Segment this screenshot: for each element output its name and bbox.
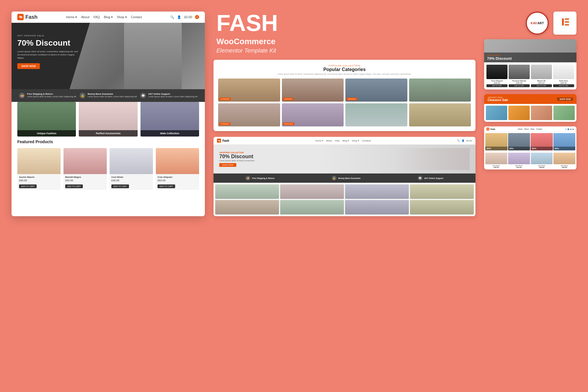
pop-cat-item-3[interactable]: HB BAGS bbox=[345, 79, 407, 102]
ts-nav-shop[interactable]: Shop bbox=[530, 128, 534, 130]
pop-cat-item-6[interactable]: WATCHES bbox=[282, 103, 344, 126]
nav-blog[interactable]: Blog ▾ bbox=[104, 15, 113, 19]
ss2-nav-blog[interactable]: Blog ▾ bbox=[342, 139, 349, 142]
moneyback-text: Lorem ipsum dolor sit amet, conse ctetur… bbox=[88, 95, 137, 98]
add-to-cart-4[interactable]: ADD TO CART bbox=[158, 184, 175, 188]
product-card-3: Com Modo £40.00 ADD TO CART bbox=[110, 148, 153, 190]
product-name-4: Cras Aliquam bbox=[158, 176, 197, 178]
rs-product-1: Ferm Aliquam £65.00 ADD TO CART bbox=[486, 65, 508, 87]
pop-cat-item-1[interactable]: EYEWEAR bbox=[218, 79, 280, 102]
product-price-4: £53.00 bbox=[158, 179, 197, 182]
pop-cat-item-7[interactable] bbox=[345, 103, 407, 126]
clearance-item-1[interactable] bbox=[486, 106, 507, 120]
ss2-shop-now-button[interactable]: SHOP NOW bbox=[219, 163, 236, 167]
ss2-shipping-text: Free Shipping & Return bbox=[252, 177, 274, 179]
nav-contact[interactable]: Contact bbox=[131, 15, 142, 19]
ss2-feat-moneyback: 🔒 Money Back Guarantee bbox=[332, 176, 360, 180]
nav-faq[interactable]: FAQ bbox=[93, 15, 100, 19]
ts-hero-item-3[interactable]: 50% bbox=[531, 133, 553, 150]
ts-nav-home[interactable]: Home bbox=[518, 128, 523, 130]
ss2-search-icon[interactable]: 🔍 bbox=[457, 139, 460, 142]
collection-item-fashion[interactable]: Unique Fashion bbox=[17, 102, 76, 137]
product-card-4: Cras Aliquam £53.00 ADD TO CART bbox=[156, 148, 199, 190]
ts-nav-contact[interactable]: Contact bbox=[536, 128, 542, 130]
feature-moneyback: 🔒 Money Back Guarantee Lorem ipsum dolor… bbox=[80, 93, 137, 98]
pop-cat-badge-6: WATCHES bbox=[283, 122, 294, 125]
user-icon[interactable]: 👤 bbox=[177, 15, 181, 19]
left-panel: 🛍 Fash Home ▾ About FAQ Blog ▾ Shop ▾ Co… bbox=[12, 12, 205, 216]
ss2-cat-5[interactable] bbox=[215, 200, 279, 214]
ts-prod-2: Item Name £42.00 bbox=[508, 153, 530, 168]
rs-add-to-cart-1[interactable]: ADD TO CART bbox=[486, 84, 508, 87]
ts-hero-item-2[interactable]: 35% bbox=[508, 133, 530, 150]
rs-products: Ferm Aliquam £65.00 ADD TO CART Premium … bbox=[484, 62, 576, 89]
shop-now-button[interactable]: SHOP NOW bbox=[17, 63, 40, 69]
product-card-2: Blandit Magna £50.00 ADD TO CART bbox=[63, 148, 107, 190]
site-logo: 🛍 Fash bbox=[17, 14, 38, 20]
clearance-item-4[interactable] bbox=[553, 106, 575, 120]
logo-icon: 🛍 bbox=[17, 14, 24, 20]
ss2-cat-1[interactable] bbox=[215, 184, 279, 199]
pop-cat-item-4[interactable] bbox=[409, 79, 471, 102]
nav-shop[interactable]: Shop ▾ bbox=[117, 15, 127, 19]
ts-header: 🛍 Fash Home About Shop Contact 🔍 👤 £0.00 bbox=[484, 126, 576, 132]
brand-title: FASH bbox=[216, 12, 473, 35]
ss2-nav-shop[interactable]: Shop ▾ bbox=[352, 139, 359, 142]
collection-item-male[interactable]: Male Collection bbox=[141, 102, 199, 137]
feature-support: 💬 24/7 Online Support Lorem ipsum dolor … bbox=[140, 93, 197, 98]
pop-cat-item-8[interactable] bbox=[409, 103, 471, 126]
site-header: 🛍 Fash Home ▾ About FAQ Blog ▾ Shop ▾ Co… bbox=[12, 12, 205, 23]
rs-add-to-cart-3[interactable]: ADD TO CART bbox=[531, 84, 552, 87]
add-to-cart-2[interactable]: ADD TO CART bbox=[65, 184, 83, 188]
ts-logo-icon: 🛍 bbox=[486, 128, 489, 130]
ss2-nav-contact[interactable]: Contacts bbox=[362, 139, 371, 142]
clearance-shop-now[interactable]: SHOP NOW bbox=[557, 98, 573, 101]
hero-content: HOT FASHION SALE 70% Discount Lorem ipsu… bbox=[17, 34, 81, 69]
ts-hero-overlay-1: 20% bbox=[485, 147, 508, 150]
ts-hero-pct-4: 50% bbox=[555, 147, 574, 150]
rs-product-img-1 bbox=[486, 65, 508, 79]
ss2-nav-faq[interactable]: FAQ bbox=[335, 139, 340, 142]
ss2-cat-7[interactable] bbox=[345, 200, 409, 214]
ss2-cat-6[interactable] bbox=[280, 200, 344, 214]
ss2-logo: 🛍 Fash bbox=[217, 139, 229, 143]
add-to-cart-3[interactable]: ADD TO CART bbox=[111, 184, 129, 188]
add-to-cart-1[interactable]: ADD TO CART bbox=[19, 184, 37, 188]
ts-hero-item-4[interactable]: 50% bbox=[553, 133, 576, 150]
ss2-cat-8[interactable] bbox=[410, 200, 474, 214]
pop-cat-item-5[interactable]: TRAINING bbox=[218, 103, 280, 126]
search-icon[interactable]: 🔍 bbox=[170, 15, 174, 19]
rs-add-to-cart-4[interactable]: ADD TO CART bbox=[553, 84, 574, 87]
rs-product-4: Dolor Eros £65.00 ADD TO CART bbox=[553, 65, 574, 87]
popular-categories-card: POPULAR COLLECTION Popular Categories Lo… bbox=[214, 60, 475, 131]
ss2-cart-amount[interactable]: £0.00 bbox=[466, 139, 472, 142]
product-card-1: Auctor Mauris £65.00 ADD TO CART bbox=[17, 148, 61, 190]
elementor-badge bbox=[553, 12, 576, 35]
pop-cat-item-2[interactable]: FASHION bbox=[282, 79, 344, 102]
cart-badge: 0 bbox=[195, 15, 199, 19]
shipping-icon: 🚚 bbox=[19, 93, 25, 98]
nav-about[interactable]: About bbox=[81, 15, 89, 19]
product-name-2: Blandit Magna bbox=[65, 176, 105, 178]
rs-add-to-cart-2[interactable]: ADD TO CART bbox=[509, 84, 530, 87]
ts-nav-about[interactable]: About bbox=[524, 128, 529, 130]
nav-home[interactable]: Home ▾ bbox=[66, 15, 77, 19]
ss2-nav-home[interactable]: Home ▾ bbox=[315, 139, 323, 142]
ss2-cat-3[interactable] bbox=[345, 184, 409, 199]
ss2-cat-4[interactable] bbox=[410, 184, 474, 199]
clearance-banner: JANUARY SALE Clearance Sale SHOP NOW bbox=[484, 94, 576, 104]
ss2-features: 🚚 Free Shipping & Return 🔒 Money Back Gu… bbox=[214, 173, 475, 183]
clearance-item-2[interactable] bbox=[508, 106, 530, 120]
product-image-3 bbox=[110, 148, 153, 174]
ts-hero-item-1[interactable]: 20% bbox=[485, 133, 508, 150]
rs-product-price-4: £65.00 bbox=[553, 82, 574, 84]
ss2-hero-subtitle: Lorem ipsum dolor sit amet consectetur bbox=[219, 160, 395, 162]
ss2-cat-2[interactable] bbox=[280, 184, 344, 199]
center-panel: FASH WooCommerce Elementor Template Kit … bbox=[214, 12, 475, 216]
ss2-nav-about[interactable]: About bbox=[326, 139, 332, 142]
rs-product-price-1: £65.00 bbox=[486, 82, 508, 84]
collection-item-accessories[interactable]: Perfect Accessories bbox=[79, 102, 137, 137]
ss2-user-icon[interactable]: 👤 bbox=[462, 139, 465, 142]
cart-amount[interactable]: £0.00 bbox=[184, 15, 192, 19]
clearance-item-3[interactable] bbox=[531, 106, 552, 120]
